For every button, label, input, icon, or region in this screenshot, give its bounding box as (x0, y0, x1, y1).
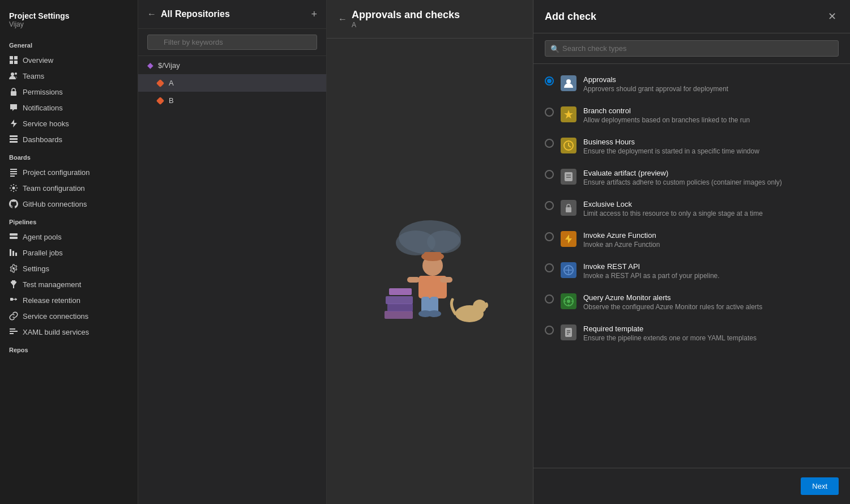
check-name-business-hours: Business Hours (583, 138, 839, 146)
sidebar-item-teams[interactable]: Teams (0, 68, 138, 84)
svg-rect-23 (12, 280, 15, 281)
svg-rect-0 (10, 56, 13, 59)
search-input[interactable] (545, 40, 839, 57)
sidebar-item-parallel-jobs-label: Parallel jobs (23, 249, 63, 257)
bars-icon (9, 248, 18, 257)
sidebar-item-settings[interactable]: Settings (0, 260, 138, 276)
check-icon-query-azure-monitor (561, 293, 576, 309)
svg-point-51 (481, 301, 485, 307)
svg-rect-8 (10, 138, 18, 140)
sidebar-item-xaml-build-services[interactable]: XAML build services (0, 324, 138, 340)
radio-evaluate-artifact[interactable] (545, 170, 554, 179)
svg-rect-11 (10, 171, 17, 172)
svg-rect-1 (14, 56, 18, 59)
check-item-invoke-rest-api[interactable]: Invoke REST API Invoke a REST API as a p… (533, 255, 850, 287)
radio-invoke-rest-api[interactable] (545, 263, 554, 272)
sidebar-title: Project Settings (0, 9, 138, 20)
sidebar-item-settings-label: Settings (23, 264, 49, 273)
repo-item-b[interactable]: B (138, 92, 326, 109)
sidebar-section-repos: Repos (0, 340, 138, 357)
svg-rect-21 (15, 253, 17, 256)
radio-branch-control[interactable] (545, 108, 554, 117)
check-item-exclusive-lock[interactable]: Exclusive Lock Limit access to this reso… (533, 193, 850, 224)
check-desc-business-hours: Ensure the deployment is started in a sp… (583, 147, 839, 155)
sidebar-item-service-hooks[interactable]: Service hooks (0, 116, 138, 131)
svg-point-44 (428, 310, 441, 317)
main-back-button[interactable]: ← (338, 14, 347, 24)
check-item-query-azure-monitor[interactable]: Query Azure Monitor alerts Observe the c… (533, 287, 850, 318)
sidebar-section-boards: Boards (0, 147, 138, 164)
check-item-required-template[interactable]: Required template Ensure the pipeline ex… (533, 318, 850, 349)
sidebar-item-overview[interactable]: Overview (0, 52, 138, 68)
svg-rect-12 (10, 173, 17, 174)
check-info-business-hours: Business Hours Ensure the deployment is … (583, 138, 839, 155)
sidebar-item-dashboards[interactable]: Dashboards (0, 131, 138, 147)
check-icon-business-hours (561, 138, 576, 153)
check-desc-query-azure-monitor: Observe the configured Azure Monitor rul… (583, 303, 839, 311)
check-name-invoke-azure-function: Invoke Azure Function (583, 231, 839, 240)
repos-panel-title: All Repositories (161, 9, 230, 19)
svg-rect-45 (385, 311, 413, 319)
check-info-required-template: Required template Ensure the pipeline ex… (583, 324, 839, 342)
repos-filter-input[interactable] (147, 35, 317, 50)
bolt-icon (9, 119, 18, 128)
check-icon-exclusive-lock (561, 200, 576, 216)
sidebar-item-agent-pools[interactable]: Agent pools (0, 229, 138, 245)
sidebar-section-pipelines: Pipelines (0, 212, 138, 229)
sidebar-item-project-configuration[interactable]: Project configuration (0, 164, 138, 180)
sidebar-item-notifications[interactable]: Notifications (0, 100, 138, 116)
check-info-exclusive-lock: Exclusive Lock Limit access to this reso… (583, 200, 839, 217)
check-item-business-hours[interactable]: Business Hours Ensure the deployment is … (533, 131, 850, 162)
sidebar-item-team-configuration[interactable]: Team configuration (0, 180, 138, 196)
repo-group-vijay[interactable]: ◆ $/Vijay (138, 56, 326, 74)
repos-header: ← All Repositories + (138, 0, 326, 29)
close-button[interactable]: ✕ (826, 9, 839, 24)
sidebar-item-project-configuration-label: Project configuration (23, 168, 90, 177)
repos-add-button[interactable]: + (311, 9, 317, 19)
check-icon-evaluate-artifact (561, 169, 576, 185)
check-info-approvals: Approvals Approvers should grant approva… (583, 75, 839, 93)
svg-marker-59 (565, 234, 572, 244)
sidebar-item-permissions[interactable]: Permissions (0, 84, 138, 100)
svg-rect-20 (12, 251, 14, 256)
repo-a-label: A (169, 79, 174, 87)
radio-exclusive-lock[interactable] (545, 201, 554, 210)
svg-point-52 (485, 302, 488, 308)
link-icon (9, 311, 18, 321)
check-item-branch-control[interactable]: Branch control Allow deployments based o… (533, 100, 850, 131)
radio-approvals[interactable] (545, 76, 554, 86)
sidebar-item-github-connections[interactable]: GitHub connections (0, 196, 138, 212)
repos-back-button[interactable]: ← (147, 9, 156, 19)
sidebar-item-notifications-label: Notifications (23, 104, 63, 112)
repos-panel: ← All Repositories + ▼ ◆ $/Vijay A B (138, 0, 327, 504)
sidebar-item-service-connections[interactable]: Service connections (0, 308, 138, 324)
repo-item-a[interactable]: A (138, 74, 326, 92)
sidebar-item-release-retention[interactable]: Release retention (0, 292, 138, 308)
check-info-invoke-rest-api: Invoke REST API Invoke a REST API as a p… (583, 262, 839, 280)
gear-icon (9, 264, 18, 273)
panel-title: Add check (545, 11, 596, 23)
sidebar-item-parallel-jobs[interactable]: Parallel jobs (0, 245, 138, 260)
radio-required-template[interactable] (545, 326, 554, 335)
check-name-branch-control: Branch control (583, 106, 839, 115)
add-check-panel: Add check ✕ 🔍 Approvals Approvers should… (533, 0, 850, 504)
check-name-invoke-rest-api: Invoke REST API (583, 262, 839, 271)
check-info-evaluate-artifact: Evaluate artifact (preview) Ensure artif… (583, 169, 839, 186)
radio-business-hours[interactable] (545, 139, 554, 148)
test-icon (9, 280, 18, 289)
check-item-approvals[interactable]: Approvals Approvers should grant approva… (533, 69, 850, 100)
svg-rect-9 (10, 141, 18, 143)
panel-header: Add check ✕ (533, 0, 850, 33)
svg-rect-46 (387, 304, 413, 311)
svg-rect-10 (10, 169, 17, 170)
main-header: ← Approvals and checks A (327, 0, 533, 39)
sidebar-item-github-connections-label: GitHub connections (23, 200, 87, 208)
check-item-invoke-azure-function[interactable]: Invoke Azure Function Invoke an Azure Fu… (533, 224, 850, 255)
check-icon-invoke-azure-function (561, 231, 576, 247)
svg-rect-6 (11, 91, 16, 96)
check-item-evaluate-artifact[interactable]: Evaluate artifact (preview) Ensure artif… (533, 162, 850, 193)
radio-invoke-azure-function[interactable] (545, 232, 554, 241)
next-button[interactable]: Next (801, 477, 839, 495)
sidebar-item-test-management[interactable]: Test management (0, 276, 138, 292)
radio-query-azure-monitor[interactable] (545, 294, 554, 304)
